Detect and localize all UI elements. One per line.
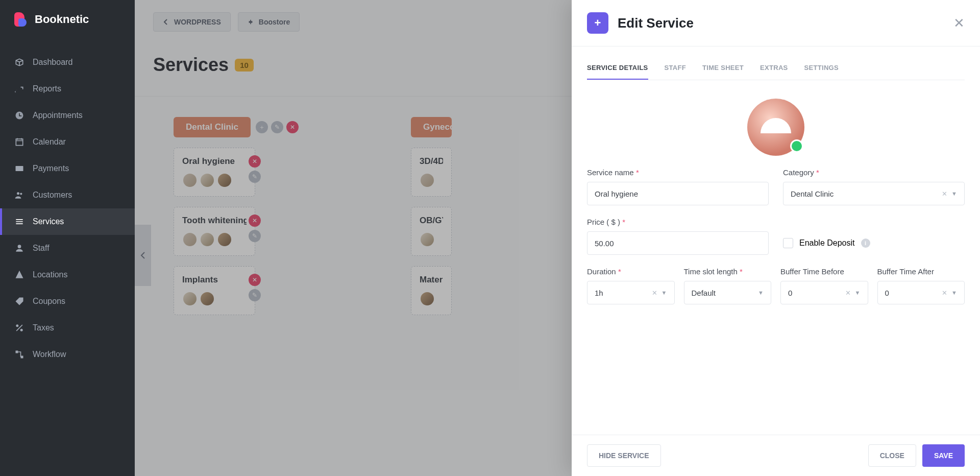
nav-workflow[interactable]: Workflow xyxy=(0,341,135,368)
status-indicator xyxy=(790,139,803,153)
svg-rect-1 xyxy=(16,166,23,171)
category-column: Dental Clinic ＋ ✎ ✕ Oral hygiene ✕✎ Toot… xyxy=(174,117,299,315)
duration-select[interactable]: 1h ✕ ▼ xyxy=(587,281,675,304)
svg-point-5 xyxy=(16,324,18,327)
service-card[interactable]: Maternity xyxy=(411,266,452,315)
checkbox-icon[interactable] xyxy=(783,238,793,248)
field-price: Price ( $ ) * xyxy=(587,218,769,255)
service-card[interactable]: 3D/4D Ultrasound xyxy=(411,148,452,197)
select-value: 1h xyxy=(595,289,603,297)
service-card[interactable]: Implants ✕✎ xyxy=(174,266,255,315)
panel-title: Edit Service xyxy=(618,15,944,31)
delete-icon[interactable]: ✕ xyxy=(249,155,261,168)
select-value: 0 xyxy=(885,289,889,297)
service-card[interactable]: Tooth whitening ✕✎ xyxy=(174,207,255,256)
service-name: Tooth whitening xyxy=(182,216,247,226)
delete-icon[interactable]: ✕ xyxy=(249,274,261,286)
delete-icon[interactable]: ✕ xyxy=(286,121,299,133)
clear-icon[interactable]: ✕ xyxy=(942,289,947,297)
select-value: 0 xyxy=(788,289,792,297)
buffer-before-select[interactable]: 0 ✕ ▼ xyxy=(780,281,868,304)
plus-icon: + xyxy=(587,12,608,34)
price-input[interactable] xyxy=(587,231,769,255)
nav-reports[interactable]: Reports xyxy=(0,76,135,102)
edit-icon[interactable]: ✎ xyxy=(249,171,261,183)
timeslot-select[interactable]: Default ▼ xyxy=(684,281,772,304)
breadcrumb-site[interactable]: Boostore xyxy=(238,12,300,32)
brand-name: Booknetic xyxy=(35,13,89,26)
tab-timesheet[interactable]: TIME SHEET xyxy=(702,57,744,80)
breadcrumb-label: WORDPRESS xyxy=(174,18,221,26)
nav-label: Coupons xyxy=(33,297,65,306)
chevron-down-icon: ▼ xyxy=(951,191,957,197)
spacer-label xyxy=(783,218,965,226)
category-header: Dental Clinic ＋ ✎ ✕ xyxy=(174,117,299,137)
nav-calendar[interactable]: Calendar xyxy=(0,129,135,155)
service-card[interactable]: Oral hygiene ✕✎ xyxy=(174,148,255,197)
field-timeslot: Time slot length * Default ▼ xyxy=(684,267,772,304)
nav-customers[interactable]: Customers xyxy=(0,182,135,208)
category-column: Gynecology 3D/4D Ultrasound OB/GYN Mater… xyxy=(411,117,452,315)
enable-deposit-row[interactable]: Enable Deposit i xyxy=(783,231,965,255)
nav-coupons[interactable]: Coupons xyxy=(0,288,135,315)
nav-appointments[interactable]: Appointments xyxy=(0,102,135,129)
service-name: 3D/4D Ultrasound xyxy=(420,156,443,166)
edit-icon[interactable]: ✎ xyxy=(249,230,261,242)
collapse-handle[interactable] xyxy=(135,225,151,286)
nav-label: Appointments xyxy=(33,111,83,120)
category-header: Gynecology xyxy=(411,117,452,137)
clear-icon[interactable]: ✕ xyxy=(652,289,657,297)
user-icon xyxy=(14,243,24,253)
service-name: Maternity xyxy=(420,275,443,285)
logo[interactable]: Booknetic xyxy=(0,0,135,39)
close-icon[interactable]: ✕ xyxy=(953,15,965,31)
flow-icon xyxy=(14,349,24,360)
save-button[interactable]: SAVE xyxy=(922,444,965,467)
service-name-input[interactable] xyxy=(587,182,769,205)
buffer-after-select[interactable]: 0 ✕ ▼ xyxy=(877,281,965,304)
hide-service-button[interactable]: HIDE SERVICE xyxy=(587,444,661,467)
category-select[interactable]: Dental Clinic ✕ ▼ xyxy=(783,182,965,205)
chevron-down-icon: ▼ xyxy=(951,290,957,296)
breadcrumb-label: Boostore xyxy=(259,18,290,26)
clear-icon[interactable]: ✕ xyxy=(845,289,851,297)
tab-settings[interactable]: SETTINGS xyxy=(804,57,839,80)
nav-dashboard[interactable]: Dashboard xyxy=(0,49,135,76)
nav-payments[interactable]: Payments xyxy=(0,155,135,182)
staff-avatars xyxy=(182,291,247,306)
category-name[interactable]: Dental Clinic xyxy=(174,117,251,137)
clear-icon[interactable]: ✕ xyxy=(942,190,947,198)
nav-taxes[interactable]: Taxes xyxy=(0,315,135,341)
svg-point-4 xyxy=(18,245,21,248)
nav-label: Payments xyxy=(33,164,69,173)
nav-locations[interactable]: Locations xyxy=(0,261,135,288)
label-buffer-before: Buffer Time Before xyxy=(780,267,868,276)
nav: Dashboard Reports Appointments Calendar … xyxy=(0,39,135,368)
service-card[interactable]: OB/GYN xyxy=(411,207,452,256)
panel-footer: HIDE SERVICE CLOSE SAVE xyxy=(572,435,980,476)
add-icon[interactable]: ＋ xyxy=(256,121,268,133)
category-actions: ＋ ✎ ✕ xyxy=(256,121,299,133)
percent-icon xyxy=(14,323,24,333)
nav-staff[interactable]: Staff xyxy=(0,235,135,261)
tab-staff[interactable]: STAFF xyxy=(665,57,686,80)
field-category: Category * Dental Clinic ✕ ▼ xyxy=(783,168,965,205)
edit-icon[interactable]: ✎ xyxy=(271,121,283,133)
nav-services[interactable]: Services xyxy=(0,208,135,235)
category-name[interactable]: Gynecology xyxy=(411,117,452,137)
tab-extras[interactable]: EXTRAS xyxy=(760,57,788,80)
edit-icon[interactable]: ✎ xyxy=(249,289,261,301)
form-grid: Service name * Category * Dental Clinic … xyxy=(587,168,965,255)
info-icon[interactable]: i xyxy=(861,239,870,248)
nav-label: Locations xyxy=(33,270,68,279)
nav-label: Customers xyxy=(33,191,72,200)
field-buffer-after: Buffer Time After 0 ✕ ▼ xyxy=(877,267,965,304)
delete-icon[interactable]: ✕ xyxy=(249,215,261,227)
svg-rect-7 xyxy=(16,351,18,353)
staff-avatars xyxy=(182,173,247,188)
breadcrumb-root[interactable]: WORDPRESS xyxy=(153,12,231,32)
staff-avatars xyxy=(420,173,443,188)
staff-avatars xyxy=(182,232,247,247)
close-button[interactable]: CLOSE xyxy=(868,444,916,467)
tab-service-details[interactable]: SERVICE DETAILS xyxy=(587,57,648,80)
